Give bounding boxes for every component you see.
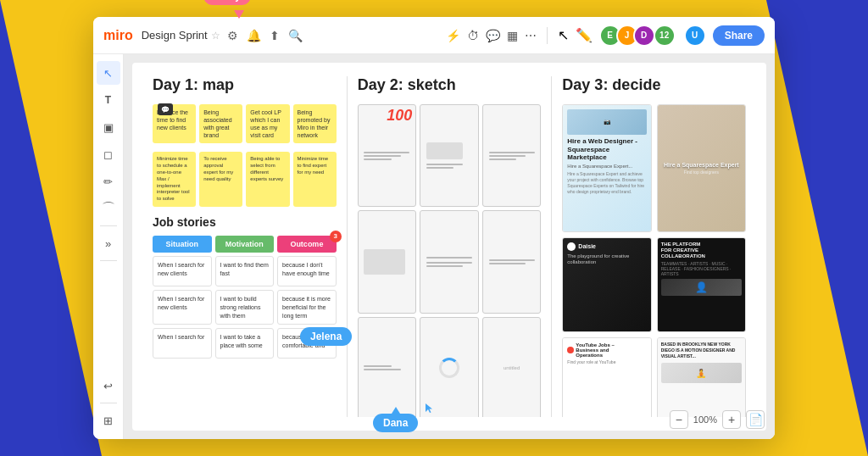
bottom-controls: − 100% + 📄: [670, 410, 765, 429]
job-1-outcome[interactable]: because I don't have enough time: [277, 256, 337, 286]
screenshot-squarespace[interactable]: 📷 Hire a Web Designer - Squarespace Mark…: [562, 104, 651, 232]
screenshot-person[interactable]: Hire a Squarespace Expert Find top desig…: [657, 104, 746, 232]
settings-icon[interactable]: ⚙: [227, 29, 238, 42]
document-title[interactable]: Design Sprint: [142, 29, 208, 42]
screenshot-daisie[interactable]: Daisie The playground for creative colla…: [562, 237, 651, 332]
job-3-situation[interactable]: When I search for: [153, 328, 212, 359]
lightning-icon[interactable]: ⚡: [446, 29, 460, 42]
bg-triangle-left: [0, 0, 102, 456]
wireframe-9[interactable]: untitled: [482, 317, 542, 417]
toolbar-icons: ⚙ 🔔 ⬆ 🔍: [227, 29, 303, 42]
browser-window: miro Design Sprint ☆ ⚙ 🔔 ⬆ 🔍 ⚡ ⏱ 💬 ▦ ⋯ ↖…: [93, 17, 775, 439]
brooklyn-content: BASED IN BROOKLYN NEW YORK DIEGO IS A MO…: [658, 338, 745, 417]
dana-cursor-arrow: [392, 407, 400, 414]
tool-separator-2: [100, 260, 117, 261]
wireframe-1[interactable]: 100: [358, 104, 417, 207]
screenshot-youtube[interactable]: YouTube Jobs –Business andOperations Fin…: [562, 337, 651, 417]
column-day2: Day 2: sketch 100: [351, 76, 548, 417]
notification-badge: 3: [330, 231, 342, 242]
right-action-icons: ⚡ ⏱ 💬 ▦ ⋯: [446, 29, 537, 42]
sticky-2[interactable]: Being associated with great brand: [199, 104, 242, 143]
comment-icon[interactable]: 💬: [486, 29, 500, 42]
connector-tool[interactable]: ⌒: [97, 197, 120, 220]
emily-cursor-label: Emily: [203, 0, 251, 5]
grid-view-tool[interactable]: ⊞: [97, 409, 120, 432]
stickies-row2: Minimize time to schedule a one-to-one M…: [153, 152, 337, 207]
page-view-button[interactable]: 📄: [746, 410, 765, 429]
sticky-7[interactable]: Being able to select from different expe…: [246, 152, 289, 207]
bell-icon[interactable]: 🔔: [247, 29, 261, 42]
job-row-2: When I search for new clients I want to …: [153, 290, 337, 325]
job-2-outcome[interactable]: because it is more beneficial for the lo…: [277, 290, 337, 325]
wireframe-grid: 100: [358, 104, 542, 417]
user-avatar: U: [684, 25, 706, 47]
outcome-header[interactable]: Outcome 3: [277, 236, 337, 253]
zoom-out-button[interactable]: −: [670, 410, 688, 429]
left-sidebar: ↖ T ▣ ◻ ✏ ⌒ » ↩ ⊞: [93, 54, 124, 439]
job-row-1: When I search for new clients I want to …: [153, 256, 337, 286]
job-3-motivation[interactable]: I want to take a place with some: [215, 328, 275, 359]
more-tools[interactable]: »: [97, 231, 120, 255]
sticky-tool[interactable]: ▣: [97, 115, 120, 139]
job-2-motivation[interactable]: I want to build strong relations with th…: [215, 290, 275, 325]
stickies-row1: Balance the time to find new clients Bei…: [153, 104, 337, 143]
main-canvas[interactable]: Day 1: map 💬 Balance the time to find ne…: [124, 54, 775, 439]
svg-marker-0: [426, 403, 432, 413]
avatar-group: E J D 12: [599, 25, 674, 47]
wireframe-2[interactable]: [420, 104, 479, 207]
star-icon[interactable]: ☆: [211, 30, 220, 42]
screenshot-creative[interactable]: THE PLATFORMFOR CREATIVECOLLABORATION TE…: [657, 237, 746, 332]
youtube-red-dot: [567, 347, 574, 353]
wireframe-8[interactable]: [420, 317, 479, 417]
tool-separator-3: [100, 403, 117, 403]
dana-cursor-label: Dana: [373, 414, 418, 432]
pen-tool[interactable]: ✏: [97, 170, 120, 193]
undo-tool[interactable]: ↩: [97, 374, 120, 398]
tool-separator-1: [100, 225, 117, 226]
wireframe-6[interactable]: [482, 210, 542, 313]
board-area: Day 1: map 💬 Balance the time to find ne…: [132, 63, 766, 431]
sticky-6[interactable]: To receive approval expert for my need q…: [199, 152, 242, 207]
daisie-content: Daisie The playground for creative colla…: [563, 238, 650, 331]
jelena-cursor-label: Jelena: [300, 327, 352, 346]
frames-icon[interactable]: ▦: [507, 29, 518, 42]
bg-triangle-right: [766, 0, 868, 456]
sticky-5[interactable]: Minimize time to schedule a one-to-one M…: [153, 152, 196, 207]
sticky-4[interactable]: Being promoted by Miro in their network: [293, 104, 337, 143]
job-1-situation[interactable]: When I search for new clients: [153, 256, 212, 286]
more-icon[interactable]: ⋯: [525, 29, 537, 42]
day2-header: Day 2: sketch: [358, 76, 542, 94]
select-tool[interactable]: ↖: [97, 61, 120, 85]
creative-content: THE PLATFORMFOR CREATIVECOLLABORATION TE…: [658, 238, 745, 331]
sticky-3[interactable]: Get cool LP which I can use as my visit …: [246, 104, 289, 143]
job-stories-headers: Situation Motivation Outcome 3: [153, 236, 337, 253]
divider-v: [547, 27, 548, 44]
jelena-cursor-pointer[interactable]: [426, 402, 439, 415]
canvas-content: Day 1: map 💬 Balance the time to find ne…: [124, 54, 775, 439]
text-tool[interactable]: T: [97, 88, 120, 112]
upload-icon[interactable]: ⬆: [270, 29, 280, 42]
wireframe-3[interactable]: [482, 104, 542, 207]
loading-spinner: [439, 358, 459, 378]
zoom-level-display: 100%: [693, 414, 717, 425]
toolbar: miro Design Sprint ☆ ⚙ 🔔 ⬆ 🔍 ⚡ ⏱ 💬 ▦ ⋯ ↖…: [93, 17, 775, 54]
comment-icon-day1[interactable]: 💬: [158, 103, 173, 115]
situation-header[interactable]: Situation: [153, 236, 212, 253]
jelena-label-container: Jelena: [300, 327, 352, 346]
sticky-8[interactable]: Minimize time to find expert for my need: [293, 152, 337, 207]
cursor-tool-icon[interactable]: ↖: [558, 27, 569, 43]
search-icon[interactable]: 🔍: [288, 29, 303, 42]
screenshot-brooklyn[interactable]: BASED IN BROOKLYN NEW YORK DIEGO IS A MO…: [657, 337, 746, 417]
wireframe-5[interactable]: [420, 210, 479, 313]
wireframe-4[interactable]: [358, 210, 417, 313]
share-button[interactable]: Share: [713, 25, 765, 46]
zoom-in-button[interactable]: +: [722, 410, 741, 429]
shape-tool[interactable]: ◻: [97, 142, 120, 166]
motivation-header[interactable]: Motivation: [215, 236, 275, 253]
wireframe-7[interactable]: [358, 317, 417, 417]
column-day1: Day 1: map 💬 Balance the time to find ne…: [146, 76, 343, 417]
job-1-motivation[interactable]: I want to find them fast: [215, 256, 275, 286]
job-2-situation[interactable]: When I search for new clients: [153, 290, 212, 325]
hand-tool-icon[interactable]: ✏️: [576, 27, 593, 43]
timer-icon[interactable]: ⏱: [467, 29, 479, 42]
